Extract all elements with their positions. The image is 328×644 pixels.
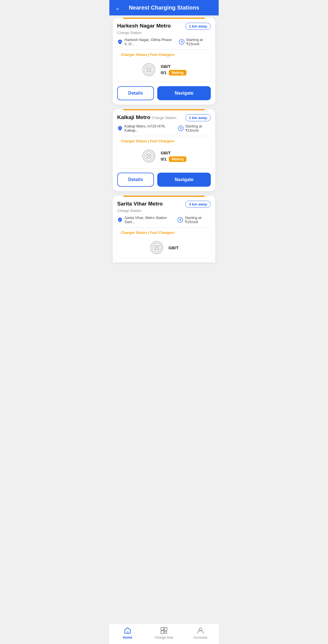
info-row-kalkaji: Kalkaji Metro, H725+676, Kalkaji... ₹ St… xyxy=(117,124,211,133)
svg-rect-30 xyxy=(126,631,129,633)
nav-label-accounts: Accounts xyxy=(193,636,207,640)
bottom-navigation: Home Charge now Accounts xyxy=(109,624,219,644)
charger-connector-icon xyxy=(142,62,156,77)
price-item-harkesh: ₹ Starting at ₹15/unit xyxy=(179,38,211,46)
navigate-button-kalkaji[interactable]: Navigate xyxy=(157,173,211,187)
charger-count-kalkaji: 0/1 xyxy=(161,157,167,161)
station-name-kalkaji: Kalkaji Metro xyxy=(117,114,150,120)
svg-point-28 xyxy=(158,249,159,250)
svg-rect-35 xyxy=(166,631,167,632)
charger-info-kalkaji: GB/T 0/1 Waiting xyxy=(161,150,186,162)
charger-info-harkesh: GB/T 0/1 Waiting xyxy=(161,64,186,76)
location-text-kalkaji: Kalkaji Metro, H725+676, Kalkaji... xyxy=(124,124,171,133)
svg-rect-37 xyxy=(166,632,167,634)
svg-point-19 xyxy=(148,155,150,157)
nav-item-accounts[interactable]: Accounts xyxy=(182,627,219,640)
station-name-row-kalkaji: Kalkaji Metro Charge Station xyxy=(117,114,183,120)
location-item-harkesh: Harkesh Nagar, Okhla Phase II, O... xyxy=(117,38,172,46)
location-text-sarita: Sarita Vihar, Metro Station Sarit... xyxy=(124,216,171,224)
charger-count-row-harkesh: 0/1 Waiting xyxy=(161,70,186,76)
location-item-kalkaji: Kalkaji Metro, H725+676, Kalkaji... xyxy=(117,124,171,133)
svg-rect-34 xyxy=(164,631,165,632)
charger-status-box-sarita: Charger Status | Fast Chargers GB/T xyxy=(117,227,211,258)
svg-point-17 xyxy=(147,157,148,159)
location-text-harkesh: Harkesh Nagar, Okhla Phase II, O... xyxy=(124,38,172,46)
charger-status-box-harkesh: Charger Status | Fast Chargers GB/T xyxy=(117,49,211,82)
home-icon xyxy=(124,627,131,634)
station-name-sarita: Sarita Vihar Metro xyxy=(117,201,163,207)
svg-point-25 xyxy=(154,245,156,247)
price-text-sarita: Starting at ₹15/unit xyxy=(185,216,211,224)
navigate-button-harkesh[interactable]: Navigate xyxy=(157,86,211,100)
card-header-kalkaji: Kalkaji Metro Charge Station 1 km away xyxy=(117,114,211,121)
card-buttons-harkesh: Details Navigate xyxy=(117,86,211,100)
location-icon-sarita xyxy=(117,217,123,223)
stations-list: Harkesh Nagar Metro Charge Station 1 km … xyxy=(109,15,219,624)
svg-point-26 xyxy=(158,245,159,247)
station-type-harkesh: Charge Station xyxy=(117,31,142,35)
charge-now-icon xyxy=(160,627,168,634)
svg-rect-32 xyxy=(164,627,167,630)
charger-type-sarita: GB/T xyxy=(168,245,179,250)
station-name-row-sarita: Sarita Vihar Metro Charge Station xyxy=(117,201,183,213)
svg-point-6 xyxy=(150,67,151,69)
waiting-badge-kalkaji: Waiting xyxy=(169,156,186,162)
distance-badge-harkesh: 1 km away xyxy=(185,23,211,30)
details-button-kalkaji[interactable]: Details xyxy=(117,173,154,187)
charger-status-title-kalkaji: Charger Status | Fast Chargers xyxy=(121,139,207,143)
distance-badge-kalkaji: 1 km away xyxy=(185,114,211,121)
station-type-sarita: Charge Station xyxy=(117,209,142,213)
price-text-kalkaji: Starting at ₹15/unit xyxy=(185,124,211,133)
svg-point-7 xyxy=(147,71,148,72)
rupee-icon: ₹ xyxy=(179,39,184,45)
rupee-icon-sarita: ₹ xyxy=(177,217,183,223)
charger-row-sarita: GB/T xyxy=(121,238,207,255)
station-card-kalkaji: Kalkaji Metro Charge Station 1 km away K… xyxy=(113,109,215,191)
svg-rect-33 xyxy=(161,631,164,634)
card-header-harkesh: Harkesh Nagar Metro Charge Station 1 km … xyxy=(117,23,211,35)
charger-status-box-kalkaji: Charger Status | Fast Chargers GB/T xyxy=(117,136,211,169)
charger-connector-icon-kalkaji xyxy=(142,149,156,163)
svg-text:₹: ₹ xyxy=(181,40,183,44)
details-button-harkesh[interactable]: Details xyxy=(117,86,154,100)
nav-item-home[interactable]: Home xyxy=(109,627,146,640)
distance-badge-sarita: 3 km away xyxy=(185,201,211,208)
svg-text:₹: ₹ xyxy=(179,218,181,221)
svg-text:₹: ₹ xyxy=(180,127,182,130)
svg-rect-36 xyxy=(164,632,165,634)
svg-rect-31 xyxy=(161,627,164,630)
accounts-icon xyxy=(197,627,204,634)
station-name-harkesh: Harkesh Nagar Metro xyxy=(117,23,171,29)
rupee-icon-kalkaji: ₹ xyxy=(178,125,184,131)
location-icon xyxy=(117,39,123,45)
charger-type-harkesh: GB/T xyxy=(161,64,186,69)
page-title: Nearest Charging Stations xyxy=(129,4,199,11)
location-item-sarita: Sarita Vihar, Metro Station Sarit... xyxy=(117,216,171,224)
charger-status-title-sarita: Charger Status | Fast Chargers xyxy=(121,230,207,235)
charger-row-harkesh: GB/T 0/1 Waiting xyxy=(121,60,207,79)
card-header-sarita: Sarita Vihar Metro Charge Station 3 km a… xyxy=(117,201,211,213)
charger-row-kalkaji: GB/T 0/1 Waiting xyxy=(121,147,207,166)
svg-point-5 xyxy=(147,67,148,69)
back-chevron-icon[interactable]: ⌄ xyxy=(115,4,120,12)
station-card-harkesh: Harkesh Nagar Metro Charge Station 1 km … xyxy=(113,18,215,105)
svg-point-9 xyxy=(148,69,150,70)
price-item-sarita: ₹ Starting at ₹15/unit xyxy=(177,216,211,224)
info-row-sarita: Sarita Vihar, Metro Station Sarit... ₹ S… xyxy=(117,216,211,224)
station-type-kalkaji: Charge Station xyxy=(152,116,176,120)
info-row-harkesh: Harkesh Nagar, Okhla Phase II, O... ₹ St… xyxy=(117,38,211,46)
card-buttons-kalkaji: Details Navigate xyxy=(117,173,211,187)
svg-point-8 xyxy=(150,71,151,72)
charger-status-title-harkesh: Charger Status | Fast Chargers xyxy=(121,52,207,57)
charger-count-harkesh: 0/1 xyxy=(161,70,167,75)
svg-point-27 xyxy=(154,249,156,250)
nav-label-home: Home xyxy=(123,636,132,640)
nav-item-charge-now[interactable]: Charge now xyxy=(146,627,182,640)
nav-label-charge-now: Charge now xyxy=(155,636,173,640)
svg-point-18 xyxy=(150,157,151,159)
location-icon-kalkaji xyxy=(117,125,123,131)
svg-point-15 xyxy=(147,154,148,155)
station-card-sarita: Sarita Vihar Metro Charge Station 3 km a… xyxy=(113,196,215,262)
price-item-kalkaji: ₹ Starting at ₹15/unit xyxy=(178,124,211,133)
station-name-row-harkesh: Harkesh Nagar Metro Charge Station xyxy=(117,23,183,35)
